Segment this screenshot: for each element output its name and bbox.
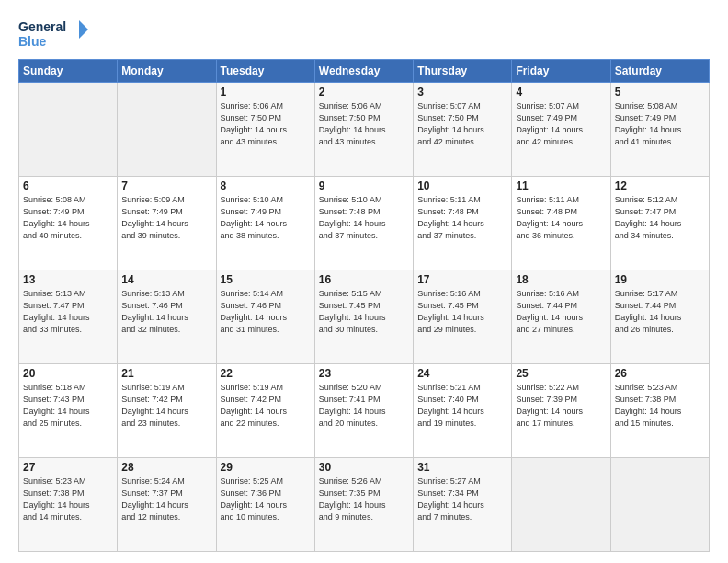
day-number: 18	[516, 273, 606, 286]
day-cell: 10Sunrise: 5:11 AM Sunset: 7:48 PM Dayli…	[414, 177, 512, 270]
day-cell	[118, 83, 216, 177]
day-cell: 22Sunrise: 5:19 AM Sunset: 7:42 PM Dayli…	[216, 364, 314, 458]
weekday-header-saturday: Saturday	[610, 60, 709, 83]
day-cell: 17Sunrise: 5:16 AM Sunset: 7:45 PM Dayli…	[414, 270, 512, 364]
day-number: 8	[221, 179, 311, 192]
day-cell: 29Sunrise: 5:25 AM Sunset: 7:36 PM Dayli…	[216, 458, 314, 552]
day-number: 30	[319, 461, 409, 474]
day-cell: 15Sunrise: 5:14 AM Sunset: 7:46 PM Dayli…	[216, 270, 314, 364]
day-cell: 24Sunrise: 5:21 AM Sunset: 7:40 PM Dayli…	[414, 364, 512, 458]
day-cell: 3Sunrise: 5:07 AM Sunset: 7:50 PM Daylig…	[414, 83, 512, 177]
day-cell: 9Sunrise: 5:10 AM Sunset: 7:48 PM Daylig…	[314, 177, 413, 270]
day-number: 31	[417, 461, 507, 474]
weekday-header-row: SundayMondayTuesdayWednesdayThursdayFrid…	[19, 60, 710, 83]
day-cell: 8Sunrise: 5:10 AM Sunset: 7:49 PM Daylig…	[216, 177, 314, 270]
day-info: Sunrise: 5:12 AM Sunset: 7:47 PM Dayligh…	[615, 194, 705, 242]
day-number: 1	[221, 86, 311, 98]
week-row-5: 27Sunrise: 5:23 AM Sunset: 7:38 PM Dayli…	[19, 458, 710, 552]
day-number: 23	[319, 367, 409, 380]
day-number: 26	[615, 367, 705, 380]
day-number: 2	[319, 86, 409, 98]
logo: General Blue	[18, 17, 92, 52]
day-info: Sunrise: 5:07 AM Sunset: 7:50 PM Dayligh…	[417, 100, 507, 148]
day-cell: 4Sunrise: 5:07 AM Sunset: 7:49 PM Daylig…	[512, 83, 610, 177]
day-cell: 25Sunrise: 5:22 AM Sunset: 7:39 PM Dayli…	[512, 364, 610, 458]
day-info: Sunrise: 5:19 AM Sunset: 7:42 PM Dayligh…	[121, 382, 211, 430]
day-info: Sunrise: 5:22 AM Sunset: 7:39 PM Dayligh…	[516, 382, 606, 430]
day-cell: 30Sunrise: 5:26 AM Sunset: 7:35 PM Dayli…	[314, 458, 413, 552]
day-number: 17	[417, 273, 507, 286]
day-number: 6	[23, 179, 113, 192]
day-info: Sunrise: 5:13 AM Sunset: 7:46 PM Dayligh…	[121, 288, 211, 336]
day-number: 5	[615, 86, 705, 98]
day-info: Sunrise: 5:11 AM Sunset: 7:48 PM Dayligh…	[417, 194, 507, 242]
day-cell	[19, 83, 118, 177]
weekday-header-sunday: Sunday	[19, 60, 118, 83]
weekday-header-friday: Friday	[512, 60, 610, 83]
day-cell: 12Sunrise: 5:12 AM Sunset: 7:47 PM Dayli…	[610, 177, 709, 270]
day-number: 24	[417, 367, 507, 380]
day-cell: 16Sunrise: 5:15 AM Sunset: 7:45 PM Dayli…	[314, 270, 413, 364]
day-cell: 31Sunrise: 5:27 AM Sunset: 7:34 PM Dayli…	[414, 458, 512, 552]
day-info: Sunrise: 5:09 AM Sunset: 7:49 PM Dayligh…	[121, 194, 211, 242]
svg-text:Blue: Blue	[18, 34, 47, 49]
day-cell: 7Sunrise: 5:09 AM Sunset: 7:49 PM Daylig…	[118, 177, 216, 270]
day-cell: 2Sunrise: 5:06 AM Sunset: 7:50 PM Daylig…	[314, 83, 413, 177]
day-number: 21	[121, 367, 211, 380]
weekday-header-wednesday: Wednesday	[314, 60, 413, 83]
day-cell: 18Sunrise: 5:16 AM Sunset: 7:44 PM Dayli…	[512, 270, 610, 364]
day-number: 14	[121, 273, 211, 286]
day-info: Sunrise: 5:26 AM Sunset: 7:35 PM Dayligh…	[319, 476, 409, 523]
week-row-3: 13Sunrise: 5:13 AM Sunset: 7:47 PM Dayli…	[19, 270, 710, 364]
day-number: 12	[615, 179, 705, 192]
day-cell: 6Sunrise: 5:08 AM Sunset: 7:49 PM Daylig…	[19, 177, 118, 270]
day-cell: 27Sunrise: 5:23 AM Sunset: 7:38 PM Dayli…	[19, 458, 118, 552]
day-info: Sunrise: 5:06 AM Sunset: 7:50 PM Dayligh…	[221, 100, 311, 148]
day-number: 22	[221, 367, 311, 380]
day-info: Sunrise: 5:13 AM Sunset: 7:47 PM Dayligh…	[23, 288, 113, 336]
day-info: Sunrise: 5:08 AM Sunset: 7:49 PM Dayligh…	[23, 194, 113, 242]
day-number: 7	[121, 179, 211, 192]
day-cell: 13Sunrise: 5:13 AM Sunset: 7:47 PM Dayli…	[19, 270, 118, 364]
day-info: Sunrise: 5:15 AM Sunset: 7:45 PM Dayligh…	[319, 288, 409, 336]
week-row-2: 6Sunrise: 5:08 AM Sunset: 7:49 PM Daylig…	[19, 177, 710, 270]
day-info: Sunrise: 5:16 AM Sunset: 7:44 PM Dayligh…	[516, 288, 606, 336]
day-number: 27	[23, 461, 113, 474]
day-info: Sunrise: 5:24 AM Sunset: 7:37 PM Dayligh…	[121, 476, 211, 523]
day-number: 25	[516, 367, 606, 380]
day-cell: 23Sunrise: 5:20 AM Sunset: 7:41 PM Dayli…	[314, 364, 413, 458]
day-cell: 19Sunrise: 5:17 AM Sunset: 7:44 PM Dayli…	[610, 270, 709, 364]
day-cell: 5Sunrise: 5:08 AM Sunset: 7:49 PM Daylig…	[610, 83, 709, 177]
day-number: 15	[221, 273, 311, 286]
day-number: 4	[516, 86, 606, 98]
day-number: 28	[121, 461, 211, 474]
svg-marker-2	[79, 20, 88, 39]
day-cell: 21Sunrise: 5:19 AM Sunset: 7:42 PM Dayli…	[118, 364, 216, 458]
day-info: Sunrise: 5:14 AM Sunset: 7:46 PM Dayligh…	[221, 288, 311, 336]
day-cell: 20Sunrise: 5:18 AM Sunset: 7:43 PM Dayli…	[19, 364, 118, 458]
weekday-header-tuesday: Tuesday	[216, 60, 314, 83]
day-info: Sunrise: 5:25 AM Sunset: 7:36 PM Dayligh…	[221, 476, 311, 523]
day-number: 20	[23, 367, 113, 380]
week-row-4: 20Sunrise: 5:18 AM Sunset: 7:43 PM Dayli…	[19, 364, 710, 458]
day-info: Sunrise: 5:07 AM Sunset: 7:49 PM Dayligh…	[516, 100, 606, 148]
logo-svg: General Blue	[18, 17, 92, 52]
day-info: Sunrise: 5:10 AM Sunset: 7:49 PM Dayligh…	[221, 194, 311, 242]
week-row-1: 1Sunrise: 5:06 AM Sunset: 7:50 PM Daylig…	[19, 83, 710, 177]
day-info: Sunrise: 5:21 AM Sunset: 7:40 PM Dayligh…	[417, 382, 507, 430]
day-cell: 1Sunrise: 5:06 AM Sunset: 7:50 PM Daylig…	[216, 83, 314, 177]
day-info: Sunrise: 5:06 AM Sunset: 7:50 PM Dayligh…	[319, 100, 409, 148]
day-cell: 11Sunrise: 5:11 AM Sunset: 7:48 PM Dayli…	[512, 177, 610, 270]
day-number: 11	[516, 179, 606, 192]
day-number: 19	[615, 273, 705, 286]
header: General Blue	[18, 17, 710, 52]
svg-text:General: General	[18, 19, 66, 34]
weekday-header-thursday: Thursday	[414, 60, 512, 83]
day-info: Sunrise: 5:27 AM Sunset: 7:34 PM Dayligh…	[417, 476, 507, 523]
day-cell: 14Sunrise: 5:13 AM Sunset: 7:46 PM Dayli…	[118, 270, 216, 364]
day-number: 3	[417, 86, 507, 98]
day-cell: 26Sunrise: 5:23 AM Sunset: 7:38 PM Dayli…	[610, 364, 709, 458]
day-info: Sunrise: 5:08 AM Sunset: 7:49 PM Dayligh…	[615, 100, 705, 148]
day-info: Sunrise: 5:19 AM Sunset: 7:42 PM Dayligh…	[221, 382, 311, 430]
day-cell: 28Sunrise: 5:24 AM Sunset: 7:37 PM Dayli…	[118, 458, 216, 552]
